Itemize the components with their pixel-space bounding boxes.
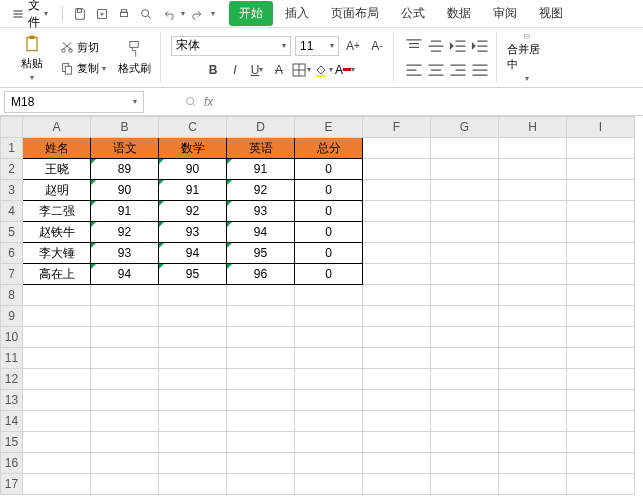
cell-G15[interactable] <box>431 432 499 453</box>
underline-button[interactable]: U▾ <box>247 60 267 80</box>
cell-G13[interactable] <box>431 390 499 411</box>
cell-D16[interactable] <box>227 453 295 474</box>
cell-A8[interactable] <box>23 285 91 306</box>
cell-I7[interactable] <box>567 264 635 285</box>
cell-B16[interactable] <box>91 453 159 474</box>
row-header-13[interactable]: 13 <box>1 390 23 411</box>
column-header-B[interactable]: B <box>91 117 159 138</box>
cell-A10[interactable] <box>23 327 91 348</box>
cell-C12[interactable] <box>159 369 227 390</box>
cell-D5[interactable]: 94 <box>227 222 295 243</box>
cell-C13[interactable] <box>159 390 227 411</box>
cell-C8[interactable] <box>159 285 227 306</box>
cell-E12[interactable] <box>295 369 363 390</box>
select-all-corner[interactable] <box>1 117 23 138</box>
cell-B15[interactable] <box>91 432 159 453</box>
cell-E4[interactable]: 0 <box>295 201 363 222</box>
cell-A13[interactable] <box>23 390 91 411</box>
cell-D11[interactable] <box>227 348 295 369</box>
cell-D1[interactable]: 英语 <box>227 138 295 159</box>
border-button[interactable]: ▾ <box>291 60 311 80</box>
column-header-H[interactable]: H <box>499 117 567 138</box>
align-top-button[interactable] <box>404 36 424 56</box>
cell-I13[interactable] <box>567 390 635 411</box>
cell-I12[interactable] <box>567 369 635 390</box>
align-left-button[interactable] <box>404 60 424 80</box>
cell-D12[interactable] <box>227 369 295 390</box>
cell-I5[interactable] <box>567 222 635 243</box>
column-header-D[interactable]: D <box>227 117 295 138</box>
align-right-button[interactable] <box>448 60 468 80</box>
increase-font-icon[interactable]: A+ <box>343 36 363 56</box>
cell-C2[interactable]: 90 <box>159 159 227 180</box>
cell-I10[interactable] <box>567 327 635 348</box>
cell-H12[interactable] <box>499 369 567 390</box>
cell-I11[interactable] <box>567 348 635 369</box>
cell-H17[interactable] <box>499 474 567 495</box>
cell-D4[interactable]: 93 <box>227 201 295 222</box>
undo-dropdown[interactable]: ▾ <box>181 9 185 18</box>
cell-F9[interactable] <box>363 306 431 327</box>
cell-C4[interactable]: 92 <box>159 201 227 222</box>
column-header-C[interactable]: C <box>159 117 227 138</box>
cell-G3[interactable] <box>431 180 499 201</box>
save-icon[interactable] <box>71 5 89 23</box>
cell-G9[interactable] <box>431 306 499 327</box>
cell-C7[interactable]: 95 <box>159 264 227 285</box>
font-size-select[interactable]: 11▾ <box>295 36 339 56</box>
column-header-G[interactable]: G <box>431 117 499 138</box>
cell-F15[interactable] <box>363 432 431 453</box>
cell-D15[interactable] <box>227 432 295 453</box>
row-header-1[interactable]: 1 <box>1 138 23 159</box>
row-header-2[interactable]: 2 <box>1 159 23 180</box>
justify-button[interactable] <box>470 60 490 80</box>
column-header-F[interactable]: F <box>363 117 431 138</box>
cell-E3[interactable]: 0 <box>295 180 363 201</box>
cell-D6[interactable]: 95 <box>227 243 295 264</box>
cell-A9[interactable] <box>23 306 91 327</box>
cell-A6[interactable]: 李大锤 <box>23 243 91 264</box>
cell-A7[interactable]: 高在上 <box>23 264 91 285</box>
cell-H16[interactable] <box>499 453 567 474</box>
cell-F6[interactable] <box>363 243 431 264</box>
cell-A11[interactable] <box>23 348 91 369</box>
cell-G7[interactable] <box>431 264 499 285</box>
fx-search-icon[interactable] <box>184 95 198 109</box>
row-header-4[interactable]: 4 <box>1 201 23 222</box>
cell-B10[interactable] <box>91 327 159 348</box>
cell-I6[interactable] <box>567 243 635 264</box>
cell-F7[interactable] <box>363 264 431 285</box>
cell-I1[interactable] <box>567 138 635 159</box>
row-header-14[interactable]: 14 <box>1 411 23 432</box>
cell-F3[interactable] <box>363 180 431 201</box>
cell-B5[interactable]: 92 <box>91 222 159 243</box>
cell-C3[interactable]: 91 <box>159 180 227 201</box>
redo-dropdown[interactable]: ▾ <box>211 9 215 18</box>
row-header-8[interactable]: 8 <box>1 285 23 306</box>
cell-H15[interactable] <box>499 432 567 453</box>
cell-E1[interactable]: 总分 <box>295 138 363 159</box>
cell-E7[interactable]: 0 <box>295 264 363 285</box>
merge-center-button[interactable]: 合并居中▾ <box>507 33 547 83</box>
cell-C5[interactable]: 93 <box>159 222 227 243</box>
cell-G12[interactable] <box>431 369 499 390</box>
cell-H3[interactable] <box>499 180 567 201</box>
cell-E6[interactable]: 0 <box>295 243 363 264</box>
align-middle-button[interactable] <box>426 36 446 56</box>
cell-D9[interactable] <box>227 306 295 327</box>
decrease-indent-button[interactable] <box>448 36 468 56</box>
cell-B13[interactable] <box>91 390 159 411</box>
cell-D13[interactable] <box>227 390 295 411</box>
cell-D17[interactable] <box>227 474 295 495</box>
cell-A2[interactable]: 王晓 <box>23 159 91 180</box>
cell-I16[interactable] <box>567 453 635 474</box>
cell-F5[interactable] <box>363 222 431 243</box>
cell-F16[interactable] <box>363 453 431 474</box>
cell-D3[interactable]: 92 <box>227 180 295 201</box>
cell-A5[interactable]: 赵铁牛 <box>23 222 91 243</box>
copy-button[interactable]: 复制▾ <box>56 59 110 78</box>
cell-B7[interactable]: 94 <box>91 264 159 285</box>
cell-C16[interactable] <box>159 453 227 474</box>
row-header-5[interactable]: 5 <box>1 222 23 243</box>
cell-H4[interactable] <box>499 201 567 222</box>
